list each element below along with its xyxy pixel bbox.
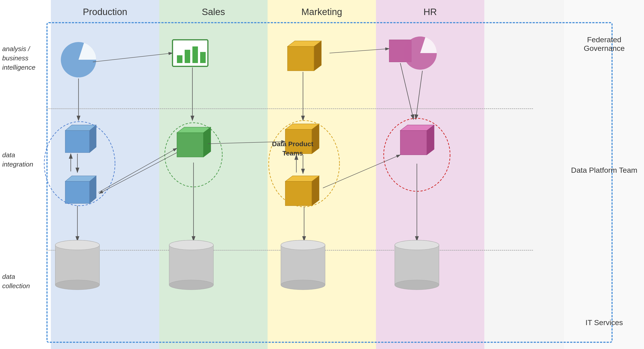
label-collection: datacollection: [2, 272, 49, 290]
col-hr: [376, 0, 484, 349]
col-marketing: [268, 0, 376, 349]
label-platform: Data Platform Team: [571, 166, 637, 174]
col-header-production: Production: [51, 7, 159, 17]
label-integration: dataintegration: [2, 150, 49, 169]
label-it: IT Services: [571, 318, 637, 327]
col-extra1: [484, 0, 564, 349]
label-federated: Federated Governance: [571, 36, 637, 53]
col-sales: [159, 0, 268, 349]
col-production: [51, 0, 159, 349]
col-header-marketing: Marketing: [268, 7, 376, 17]
col-header-sales: Sales: [159, 7, 268, 17]
label-analysis: analysis /businessintelligence: [2, 44, 49, 72]
hline-top: [46, 108, 533, 109]
data-product-label: Data ProductTeams: [272, 139, 314, 158]
col-header-hr: HR: [376, 7, 484, 17]
hline-bottom: [46, 250, 533, 250]
